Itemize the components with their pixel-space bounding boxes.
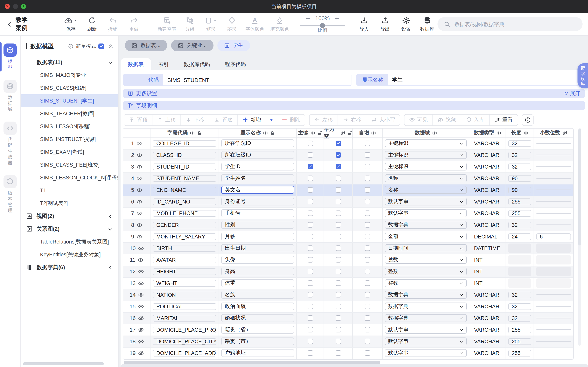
checkbox[interactable] [365, 141, 370, 146]
checkbox[interactable] [365, 234, 370, 239]
global-search[interactable] [438, 17, 583, 31]
checkbox[interactable] [307, 350, 313, 356]
decimals-input[interactable] [536, 225, 571, 225]
caret-down-icon[interactable] [73, 18, 78, 22]
decimals-input[interactable] [536, 166, 571, 167]
checkbox[interactable] [307, 269, 313, 274]
display-name-input[interactable]: 名族 [221, 291, 294, 299]
decimals-input[interactable] [536, 143, 571, 144]
eye-icon[interactable] [138, 257, 144, 263]
undo-button[interactable]: 撤销 [102, 16, 123, 33]
checkbox[interactable] [335, 245, 341, 251]
field-row[interactable]: 8GENDER性别数据字典VARCHAR32 [123, 219, 573, 231]
checkbox[interactable] [365, 210, 370, 216]
field-code-input[interactable]: MONTHLY_SALARY [153, 233, 216, 240]
eye-icon[interactable] [138, 292, 144, 298]
refresh-button[interactable]: 刷新 [81, 16, 102, 33]
data-domain-select[interactable]: 默认字串 [385, 349, 467, 357]
lock-open-icon[interactable] [347, 130, 352, 135]
display-name-input[interactable]: 政治面貌 [221, 302, 294, 310]
eye-icon[interactable] [310, 130, 315, 135]
code-input[interactable] [163, 77, 351, 83]
field-row[interactable]: 13WEIGHT体重整数INT [123, 277, 573, 289]
field-row[interactable]: 11AVATAR头像整数INT [123, 254, 573, 266]
column-header[interactable]: 不为空 [324, 128, 352, 137]
import-button[interactable]: 导入 [354, 16, 374, 33]
data-domain-select[interactable]: 金额 [385, 233, 467, 240]
checkbox[interactable] [335, 152, 341, 158]
field-row[interactable]: 6ID_CARD_NO身份证号默认字串VARCHAR255 [123, 196, 573, 208]
checkbox[interactable] [335, 210, 341, 216]
checkbox[interactable] [365, 315, 370, 321]
tree-group[interactable]: 数据表(11) [21, 56, 118, 69]
back-button[interactable]: 教学案例 [6, 16, 32, 32]
field-row[interactable]: 5ENG_NAME英文名名称VARCHAR90 [123, 184, 573, 196]
checkbox[interactable] [335, 187, 341, 193]
lock-icon[interactable] [197, 130, 202, 135]
eye-icon[interactable] [137, 152, 142, 158]
checkbox[interactable] [307, 222, 313, 228]
grid-button-arrow-up[interactable]: 上移 [152, 114, 181, 125]
checkbox[interactable] [335, 199, 341, 204]
field-code-input[interactable]: CLASS_ID [153, 152, 216, 158]
data-domain-select[interactable]: 数据字典 [385, 314, 467, 322]
checkbox[interactable] [365, 152, 370, 158]
data-domain-select[interactable]: 默认字串 [385, 337, 467, 345]
lock-open-icon[interactable] [317, 130, 322, 135]
doc-tab[interactable]: 数据表... [125, 40, 167, 51]
close-window-button[interactable]: × [5, 4, 10, 9]
data-domain-select[interactable]: 日期时间 [385, 244, 467, 252]
display-name-input[interactable]: 手机号 [221, 209, 294, 217]
data-domain-select[interactable]: 数据字典 [385, 291, 467, 299]
field-code-input[interactable]: GENDER [153, 222, 216, 228]
decimals-input[interactable] [536, 329, 571, 330]
table-horizontal-scrollbar[interactable] [124, 361, 380, 364]
checkbox[interactable] [365, 222, 370, 228]
eye-icon[interactable] [137, 234, 142, 239]
add-field-caret-button[interactable] [266, 114, 277, 125]
more-settings-link[interactable]: 更多设置 [136, 90, 157, 97]
checkbox[interactable] [365, 269, 370, 274]
display-name-input[interactable]: 学生ID [221, 163, 294, 170]
grid-button-history[interactable]: 入库 [461, 114, 489, 125]
data-domain-select[interactable]: 整数 [385, 279, 467, 287]
field-code-input[interactable]: BIRTH [153, 245, 216, 251]
fill-color-button[interactable]: 填充颜色 [267, 16, 292, 33]
data-domain-select[interactable]: 数据字典 [385, 221, 467, 229]
rect-shape-button[interactable]: 矩形 [200, 16, 221, 33]
font-color-button[interactable]: A 字体颜色 [242, 16, 267, 33]
eye-icon[interactable] [138, 280, 144, 286]
checkbox[interactable] [335, 339, 341, 344]
tree-item[interactable]: T1 [21, 184, 118, 197]
checkbox[interactable] [365, 339, 370, 344]
data-domain-select[interactable]: 整数 [385, 267, 467, 275]
field-row[interactable]: 17DOMICILE_PLACE_PROVINCE籍贯（省）默认字串VARCHA… [123, 324, 573, 336]
column-header[interactable]: 主键 [296, 128, 324, 137]
eye-off-icon[interactable] [371, 130, 376, 135]
eye-icon[interactable] [137, 140, 142, 146]
display-name-input[interactable]: 身份证号 [221, 198, 294, 205]
length-input[interactable]: 255 [508, 350, 531, 356]
checkbox[interactable] [335, 269, 341, 274]
chevron-collapsed-icon[interactable] [108, 214, 113, 219]
grid-info-button[interactable] [522, 114, 533, 126]
eye-icon[interactable] [137, 222, 142, 228]
eye-icon[interactable] [190, 130, 195, 135]
column-header[interactable]: 数据类型 [469, 128, 506, 137]
data-domain-select[interactable]: 名称 [385, 174, 467, 182]
checkbox[interactable] [307, 245, 313, 251]
field-row[interactable]: 15POLITICAL政治面貌数据字典VARCHAR32 [123, 301, 573, 312]
checkbox[interactable] [365, 350, 370, 356]
eye-off-icon[interactable] [340, 130, 345, 135]
field-code-input[interactable]: NATION [153, 292, 216, 298]
grid-button-to-bottom[interactable]: 置底 [209, 114, 237, 125]
length-input[interactable]: 32 [508, 222, 531, 228]
tree-item[interactable]: SIMS_LESSON_CLOCK_N[课程打卡N] [21, 171, 118, 184]
eye-icon[interactable] [496, 130, 501, 135]
field-code-input[interactable]: DOMICILE_PLACE_PROVINCE [153, 326, 216, 333]
checkbox[interactable] [365, 175, 370, 181]
field-row[interactable]: 18DOMICILE_PLACE_CITY籍贯（市）默认字串VARCHAR255 [123, 336, 573, 347]
diamond-shape-button[interactable]: 菱形 [221, 16, 242, 33]
checkbox[interactable] [335, 350, 341, 356]
field-code-input[interactable]: MARITAL [153, 315, 216, 321]
